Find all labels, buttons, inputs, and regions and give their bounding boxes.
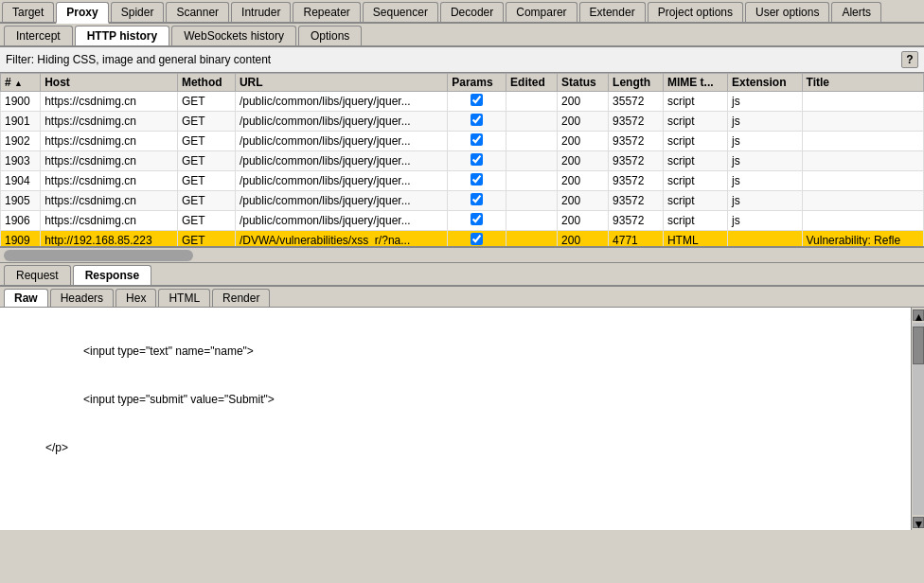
horizontal-scrollbar[interactable] [0,248,924,263]
inner-tab-bar: Raw Headers Hex HTML Render [0,287,924,308]
table-row[interactable]: 1909http://192.168.85.223GET/DVWA/vulner… [1,231,924,249]
col-url[interactable]: URL [235,74,447,92]
tab-target[interactable]: Target [2,2,54,22]
col-title[interactable]: Title [802,74,923,92]
code-line: <input type="submit" value="Submit"> [8,391,897,408]
tab-alerts[interactable]: Alerts [831,2,881,22]
vertical-scrollbar[interactable]: ▲ ▼ [911,308,924,530]
col-status[interactable]: Status [558,74,609,92]
code-line [8,487,897,504]
response-code-area[interactable]: <input type="text" name="name"> <input t… [0,308,911,530]
code-line: <input type="text" name="name"> [8,343,897,360]
col-method[interactable]: Method [177,74,235,92]
tab-sequencer[interactable]: Sequencer [363,2,438,22]
scroll-thumb[interactable] [913,327,924,364]
top-tab-bar: Target Proxy Spider Scanner Intruder Rep… [0,0,924,24]
tab-http-history[interactable]: HTTP history [75,26,169,45]
tab-user-options[interactable]: User options [745,2,829,22]
tab-html[interactable]: HTML [158,289,210,307]
scrollbar-thumb[interactable] [4,250,193,261]
tab-headers[interactable]: Headers [50,289,114,307]
col-extension[interactable]: Extension [728,74,802,92]
tab-proxy[interactable]: Proxy [56,2,108,24]
tab-request[interactable]: Request [4,265,71,285]
tab-comparer[interactable]: Comparer [506,2,577,22]
tab-response[interactable]: Response [73,265,151,285]
tab-decoder[interactable]: Decoder [440,2,504,22]
tab-extender[interactable]: Extender [579,2,646,22]
tab-raw[interactable]: Raw [4,289,48,307]
tab-hex[interactable]: Hex [116,289,156,307]
tab-render[interactable]: Render [212,289,270,307]
http-history-table[interactable]: # ▲ Host Method URL Params Edited Status… [0,73,924,248]
table-row[interactable]: 1905https://csdnimg.cnGET/public/common/… [1,191,924,211]
tab-repeater[interactable]: Repeater [293,2,360,22]
tab-intercept[interactable]: Intercept [4,26,73,45]
col-number[interactable]: # ▲ [1,74,41,92]
scroll-track[interactable] [913,323,924,515]
table-row[interactable]: 1901https://csdnimg.cnGET/public/common/… [1,112,924,132]
tab-spider[interactable]: Spider [111,2,165,22]
filter-bar: Filter: Hiding CSS, image and general bi… [0,47,924,73]
table-row[interactable]: 1900https://csdnimg.cnGET/public/common/… [1,92,924,112]
code-line: </p> [8,439,897,456]
tab-websockets-history[interactable]: WebSockets history [171,26,296,45]
tab-scanner[interactable]: Scanner [166,2,229,22]
table-row[interactable]: 1902https://csdnimg.cnGET/public/common/… [1,132,924,151]
tab-intruder[interactable]: Intruder [231,2,291,22]
tab-project-options[interactable]: Project options [648,2,743,22]
table-row[interactable]: 1903https://csdnimg.cnGET/public/common/… [1,151,924,171]
filter-text: Filter: Hiding CSS, image and general bi… [6,53,897,66]
table-row[interactable]: 1904https://csdnimg.cnGET/public/common/… [1,171,924,191]
second-tab-bar: Intercept HTTP history WebSockets histor… [0,24,924,47]
tab-options[interactable]: Options [298,26,362,45]
col-host[interactable]: Host [41,74,178,92]
col-mime[interactable]: MIME t... [663,74,727,92]
col-edited[interactable]: Edited [506,74,558,92]
filter-help-button[interactable]: ? [901,51,918,68]
scroll-down-button[interactable]: ▼ [913,517,924,528]
req-resp-tab-bar: Request Response [0,263,924,287]
col-params[interactable]: Params [448,74,506,92]
col-length[interactable]: Length [609,74,664,92]
table-row[interactable]: 1906https://csdnimg.cnGET/public/common/… [1,211,924,231]
scroll-up-button[interactable]: ▲ [913,309,924,321]
